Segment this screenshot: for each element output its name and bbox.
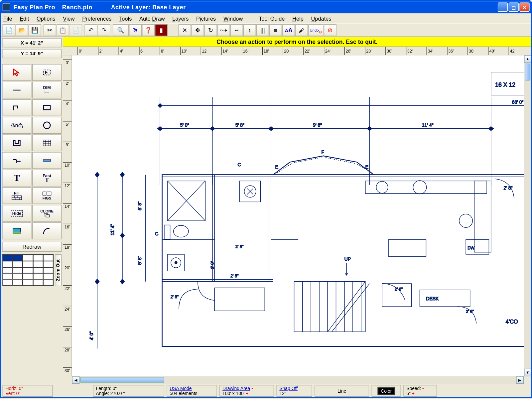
tool-ushape[interactable] bbox=[2, 134, 31, 151]
tb-undo2[interactable]: Undo⊘ bbox=[308, 24, 323, 36]
menu-updates[interactable]: Updates bbox=[311, 15, 332, 22]
minimize-button[interactable]: _ bbox=[498, 3, 508, 12]
tb-vflip[interactable]: ↕ bbox=[243, 24, 256, 36]
menu-edit[interactable]: Edit bbox=[20, 15, 29, 22]
tool-step[interactable] bbox=[2, 152, 31, 169]
svg-line-66 bbox=[328, 282, 365, 332]
vertical-ruler: 0'2'4'6'8'10'12'14'16'18'20'22'24'26'28'… bbox=[63, 55, 72, 376]
tool-marquee[interactable] bbox=[32, 64, 62, 81]
status-snap[interactable]: Snap Off bbox=[279, 386, 309, 391]
tool-text[interactable]: T bbox=[2, 170, 31, 186]
menu-options[interactable]: Options bbox=[37, 15, 55, 22]
status-area[interactable]: Drawing Area bbox=[222, 386, 250, 391]
tb-rotate[interactable]: ↻ bbox=[204, 24, 217, 36]
scroll-thumb-v[interactable] bbox=[525, 64, 530, 80]
redraw-button[interactable]: Redraw bbox=[2, 242, 62, 252]
tb-copy[interactable]: 📋 bbox=[57, 24, 69, 36]
tb-hflip[interactable]: ↔ bbox=[230, 24, 243, 36]
close-button[interactable]: ✕ bbox=[519, 3, 529, 12]
svg-point-54 bbox=[459, 214, 472, 227]
tool-hide[interactable]: Hide bbox=[2, 205, 31, 221]
tool-select[interactable] bbox=[2, 64, 31, 81]
status-areasize: 100' x 100' bbox=[222, 391, 244, 396]
dim-d2: 5' 8" bbox=[235, 122, 244, 128]
dim-door1: 2' 8" bbox=[230, 274, 238, 278]
tool-polyline[interactable] bbox=[2, 99, 31, 116]
tool-rect[interactable] bbox=[32, 99, 62, 116]
scroll-up-icon[interactable]: ▲ bbox=[524, 55, 531, 63]
tb-hline[interactable]: ≡ bbox=[269, 24, 282, 36]
tb-text[interactable]: AA bbox=[282, 24, 295, 36]
menubar: File Edit Options View Preferences Tools… bbox=[1, 13, 531, 23]
tb-cut[interactable]: ✂ bbox=[44, 24, 56, 36]
tb-zoom[interactable]: 🔍 bbox=[113, 24, 129, 36]
dim-door3: 2' 8" bbox=[171, 295, 179, 299]
tool-arc[interactable]: ARC bbox=[2, 117, 31, 134]
tool-fill[interactable]: Fill bbox=[2, 187, 31, 204]
tool-line[interactable] bbox=[2, 82, 31, 98]
menu-layers[interactable]: Layers bbox=[172, 15, 189, 22]
menu-tools[interactable]: Tools bbox=[119, 15, 132, 22]
tool-clone[interactable]: CLONE bbox=[32, 205, 62, 221]
menu-autodraw[interactable]: Auto Draw bbox=[139, 15, 165, 22]
svg-rect-9 bbox=[43, 160, 51, 161]
menu-view[interactable]: View bbox=[63, 15, 74, 22]
tool-curve[interactable] bbox=[32, 222, 62, 239]
svg-rect-17 bbox=[47, 192, 51, 195]
tb-redo[interactable]: ↷ bbox=[98, 24, 110, 36]
tool-fasttext[interactable]: FastT bbox=[32, 170, 62, 186]
status-vert: Vert: 0" bbox=[5, 391, 50, 396]
tool-image[interactable] bbox=[2, 222, 31, 239]
tb-delete[interactable]: ✕ bbox=[179, 24, 191, 36]
label-e1: E bbox=[275, 164, 278, 170]
dim-v3: 5' 8" bbox=[137, 256, 142, 265]
menu-help[interactable]: Help bbox=[292, 15, 304, 22]
tb-open[interactable]: 📂 bbox=[16, 24, 28, 36]
scroll-down-icon[interactable]: ▼ bbox=[524, 369, 531, 376]
svg-rect-21 bbox=[13, 232, 21, 233]
tool-beam[interactable] bbox=[32, 152, 62, 169]
status-color-button[interactable]: Color bbox=[377, 386, 395, 395]
tb-help[interactable]: ❓ bbox=[142, 24, 155, 36]
scroll-right-icon[interactable]: ▶ bbox=[516, 376, 524, 384]
tb-nowalk[interactable]: ⊘ bbox=[324, 24, 336, 36]
left-panel: X = 41' 2" Y = 14' 9" DIM├─┤ ARC T FastT… bbox=[1, 37, 63, 384]
tb-rgb[interactable]: ||| bbox=[256, 24, 269, 36]
zoom-out-button[interactable]: Zoom Out bbox=[55, 254, 62, 286]
menu-toolguide[interactable]: Tool Guide bbox=[259, 15, 285, 22]
tb-new[interactable]: 📄 bbox=[3, 24, 15, 36]
scroll-thumb-h[interactable] bbox=[80, 377, 164, 383]
statusbar: Horiz: 0" Vert: 0" Length: 0" Angle: 270… bbox=[1, 384, 531, 397]
tool-figs[interactable]: FIGS bbox=[32, 187, 62, 204]
label-c: C bbox=[237, 162, 241, 167]
tool-palette: DIM├─┤ ARC T FastT Fill FIGS Hide CLONE bbox=[1, 63, 63, 240]
menu-window[interactable]: Window bbox=[223, 15, 243, 22]
room-label: 16 X 12 bbox=[495, 81, 515, 88]
tb-move[interactable]: ✥ bbox=[192, 24, 204, 36]
maximize-button[interactable]: ◻ bbox=[509, 3, 519, 12]
tb-save[interactable]: 💾 bbox=[29, 24, 41, 36]
overview-grid[interactable] bbox=[2, 254, 54, 286]
tool-circle[interactable] bbox=[32, 117, 62, 134]
dim-door7: 2' 8" bbox=[504, 185, 513, 191]
scroll-left-icon[interactable]: ◀ bbox=[72, 376, 80, 384]
dim-door5: 2' 0" bbox=[210, 261, 215, 269]
horizontal-scrollbar[interactable]: ◀ ▶ bbox=[72, 376, 524, 384]
status-mode[interactable]: USA Mode bbox=[170, 386, 214, 391]
dim-v4: 4' 0" bbox=[89, 331, 94, 340]
dim-total: 68' 0" bbox=[512, 99, 524, 105]
menu-file[interactable]: File bbox=[3, 15, 12, 22]
tb-lock[interactable]: ▫⇢ bbox=[217, 24, 230, 36]
tb-paste[interactable]: 📄 bbox=[69, 24, 82, 36]
svg-rect-16 bbox=[43, 192, 46, 195]
tb-print[interactable]: 🖰 bbox=[129, 24, 142, 36]
tb-door[interactable]: ▮ bbox=[155, 24, 168, 36]
tool-grid[interactable] bbox=[32, 134, 62, 151]
tool-dim[interactable]: DIM├─┤ bbox=[32, 82, 62, 98]
vertical-scrollbar[interactable]: ▲ ▼ bbox=[524, 55, 531, 376]
tb-undo[interactable]: ↶ bbox=[85, 24, 97, 36]
menu-preferences[interactable]: Preferences bbox=[82, 15, 111, 22]
drawing-canvas[interactable]: 68' 0" 5' 0" 5' 8" 9' 6" 11' 4" 16 X 12 bbox=[72, 55, 524, 376]
menu-pictures[interactable]: Pictures bbox=[196, 15, 216, 22]
tb-brush[interactable]: 🖌 bbox=[295, 24, 308, 36]
